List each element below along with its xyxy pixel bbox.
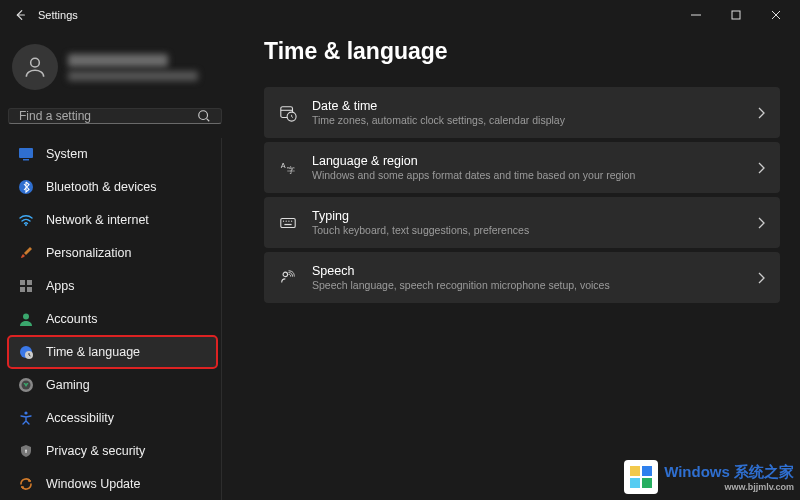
svg-rect-11 [20,287,25,292]
sidebar-item-label: System [46,147,88,161]
minimize-button[interactable] [676,0,716,30]
sidebar-item-label: Windows Update [46,477,141,491]
sidebar-item-label: Accounts [46,312,97,326]
sidebar-item-privacy[interactable]: Privacy & security [8,435,217,467]
card-description: Windows and some apps format dates and t… [312,169,742,181]
card-title: Date & time [312,99,742,113]
svg-rect-12 [27,287,32,292]
sidebar-item-label: Apps [46,279,75,293]
calendar-clock-icon [278,103,298,123]
nav-list: System Bluetooth & devices Network & int… [8,138,222,500]
sidebar-item-time-language[interactable]: Time & language [8,336,217,368]
sidebar: System Bluetooth & devices Network & int… [0,30,230,500]
chevron-right-icon [756,107,766,119]
svg-point-2 [31,58,40,67]
svg-point-28 [286,220,287,221]
close-icon [771,10,781,20]
svg-point-30 [291,220,292,221]
sidebar-item-bluetooth[interactable]: Bluetooth & devices [8,171,217,203]
card-date-time[interactable]: Date & time Time zones, automatic clock … [264,87,780,138]
speech-icon [278,268,298,288]
globe-clock-icon [18,344,34,360]
card-speech[interactable]: Speech Speech language, speech recogniti… [264,252,780,303]
paintbrush-icon [18,245,34,261]
avatar [12,44,58,90]
profile-name [68,54,168,67]
svg-rect-5 [19,148,33,158]
svg-rect-6 [23,159,29,161]
svg-rect-31 [284,223,291,224]
sidebar-item-accessibility[interactable]: Accessibility [8,402,217,434]
card-title: Speech [312,264,742,278]
svg-point-8 [25,224,27,226]
maximize-icon [731,10,741,20]
svg-point-3 [199,111,208,120]
sidebar-item-system[interactable]: System [8,138,217,170]
search-icon [197,109,211,123]
svg-line-4 [207,119,210,122]
sidebar-item-gaming[interactable]: Gaming [8,369,217,401]
chevron-right-icon [756,162,766,174]
card-description: Speech language, speech recognition micr… [312,279,742,291]
update-icon [18,476,34,492]
card-description: Touch keyboard, text suggestions, prefer… [312,224,742,236]
svg-point-18 [24,411,27,414]
shield-icon [18,443,34,459]
card-typing[interactable]: Typing Touch keyboard, text suggestions,… [264,197,780,248]
chevron-right-icon [756,272,766,284]
search-input[interactable] [19,109,197,123]
settings-card-list: Date & time Time zones, automatic clock … [264,87,780,303]
sidebar-item-update[interactable]: Windows Update [8,468,217,500]
gaming-icon [18,377,34,393]
svg-rect-10 [27,280,32,285]
accessibility-icon [18,410,34,426]
minimize-icon [691,10,701,20]
svg-point-13 [23,314,29,320]
sidebar-item-label: Time & language [46,345,140,359]
keyboard-icon [278,213,298,233]
close-button[interactable] [756,0,796,30]
sidebar-item-label: Privacy & security [46,444,145,458]
svg-text:A: A [281,161,286,170]
profile-email [68,71,198,81]
page-title: Time & language [264,38,780,65]
window-title: Settings [36,9,78,21]
svg-point-32 [283,272,288,277]
sidebar-item-label: Gaming [46,378,90,392]
person-icon [22,54,48,80]
back-button[interactable] [4,0,36,30]
sidebar-item-label: Accessibility [46,411,114,425]
arrow-left-icon [13,8,27,22]
sidebar-item-accounts[interactable]: Accounts [8,303,217,335]
search-box[interactable] [8,108,222,124]
sidebar-item-apps[interactable]: Apps [8,270,217,302]
profile-block[interactable] [8,38,222,102]
svg-point-27 [283,220,284,221]
sidebar-item-network[interactable]: Network & internet [8,204,217,236]
apps-icon [18,278,34,294]
card-title: Typing [312,209,742,223]
svg-rect-1 [732,11,740,19]
card-language-region[interactable]: A字 Language & region Windows and some ap… [264,142,780,193]
svg-text:字: 字 [287,166,295,175]
sidebar-item-personalization[interactable]: Personalization [8,237,217,269]
svg-rect-20 [25,451,26,453]
sidebar-item-label: Bluetooth & devices [46,180,157,194]
card-description: Time zones, automatic clock settings, ca… [312,114,742,126]
account-icon [18,311,34,327]
svg-rect-26 [281,218,295,227]
card-title: Language & region [312,154,742,168]
maximize-button[interactable] [716,0,756,30]
svg-rect-9 [20,280,25,285]
titlebar: Settings [0,0,800,30]
main-content: Time & language Date & time Time zones, … [230,30,800,500]
bluetooth-icon [18,179,34,195]
sidebar-item-label: Personalization [46,246,131,260]
wifi-icon [18,212,34,228]
language-icon: A字 [278,158,298,178]
sidebar-item-label: Network & internet [46,213,149,227]
display-icon [18,146,34,162]
chevron-right-icon [756,217,766,229]
svg-point-29 [288,220,289,221]
